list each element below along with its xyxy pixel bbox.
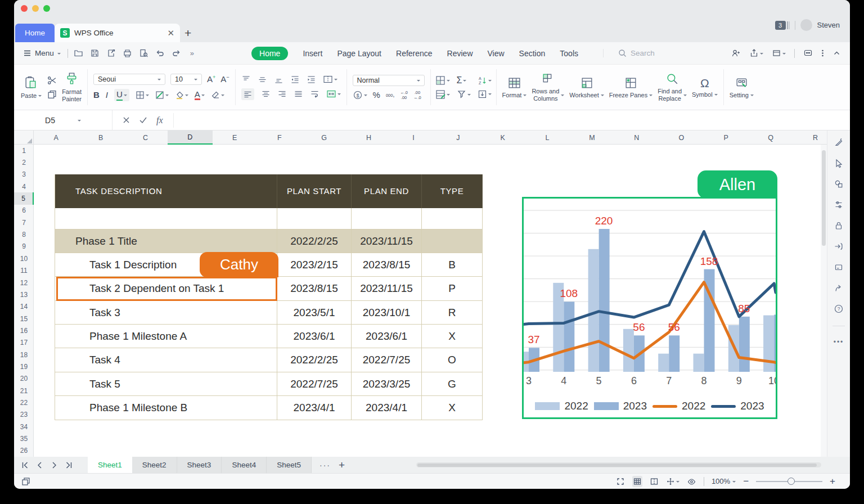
task-desc-cell[interactable]: Task 5 <box>55 372 277 396</box>
font-size-select[interactable]: 10 <box>170 74 202 85</box>
row-header-9[interactable]: 9 <box>14 241 34 253</box>
cancel-entry-icon[interactable] <box>123 116 130 124</box>
reading-mode-eye-icon[interactable] <box>687 477 696 486</box>
rows-and-columns-button[interactable]: Rows andColumns <box>532 72 564 102</box>
conditional-format-icon[interactable] <box>435 75 446 86</box>
row-header-8[interactable]: 8 <box>14 228 34 240</box>
row-header-34[interactable]: 34 <box>14 421 34 433</box>
filter-icon[interactable] <box>457 89 466 99</box>
setting-button[interactable]: Setting <box>730 76 754 99</box>
comment-icon[interactable] <box>803 48 813 58</box>
table-style-icon[interactable] <box>435 89 446 100</box>
zoom-out-button[interactable]: − <box>743 476 749 486</box>
align-left-icon[interactable] <box>243 90 253 100</box>
switch-window-icon[interactable] <box>772 48 781 58</box>
column-header-E[interactable]: E <box>213 130 257 145</box>
italic-button[interactable]: I <box>106 90 108 100</box>
table-row[interactable]: Phase 1 Milestone A2023/6/12023/6/1X <box>55 325 483 348</box>
type-cell[interactable]: P <box>422 277 483 301</box>
column-header-F[interactable]: F <box>257 130 302 145</box>
plan-start-cell[interactable]: 2023/4/1 <box>277 396 352 420</box>
plan-end-cell[interactable]: 2023/4/1 <box>352 396 422 420</box>
collapse-ribbon-icon[interactable] <box>832 49 841 57</box>
plan-end-cell[interactable]: 2023/11/15 <box>352 277 422 301</box>
copy-icon[interactable] <box>47 89 57 100</box>
lock-protect-icon[interactable] <box>834 220 844 231</box>
type-cell[interactable]: X <box>422 396 483 420</box>
close-tab-icon[interactable]: ✕ <box>167 28 174 38</box>
select-cursor-icon[interactable] <box>834 158 844 168</box>
find-and-replace-button[interactable]: Find andReplace <box>658 72 687 102</box>
plan-start-cell[interactable]: 2023/5/1 <box>277 301 352 325</box>
justify-icon[interactable] <box>294 89 303 99</box>
adjust-settings-icon[interactable] <box>834 200 844 210</box>
thousands-separator-icon[interactable]: 000, <box>386 92 394 98</box>
task-desc-cell[interactable] <box>55 208 277 230</box>
open-file-icon[interactable] <box>74 48 83 58</box>
increase-decimal-icon[interactable]: ←.0.00 <box>400 90 408 100</box>
output-as-icon[interactable] <box>106 48 116 58</box>
last-sheet-icon[interactable] <box>65 461 73 469</box>
shapes-icon[interactable] <box>834 179 844 189</box>
type-cell[interactable] <box>422 208 483 230</box>
select-all-corner[interactable] <box>14 130 34 145</box>
decrease-decimal-icon[interactable]: .00→.0 <box>413 90 421 100</box>
sidebar-more-icon[interactable]: ••• <box>834 338 844 346</box>
plan-end-cell[interactable]: 2023/3/25 <box>352 372 422 396</box>
row-header-15[interactable]: 15 <box>14 313 34 325</box>
font-family-select[interactable]: Seoui <box>93 74 165 85</box>
align-right-icon[interactable] <box>277 89 287 99</box>
print-icon[interactable] <box>123 48 132 58</box>
eraser-icon[interactable] <box>211 91 220 100</box>
borders-icon[interactable] <box>136 91 145 100</box>
paste-button[interactable]: Paste <box>21 75 42 100</box>
row-header-17[interactable]: 17 <box>14 337 34 349</box>
column-header-L[interactable]: L <box>525 130 569 145</box>
column-header-H[interactable]: H <box>346 130 391 145</box>
row-header-23[interactable]: 23 <box>14 409 34 421</box>
table-row[interactable]: Task 32023/5/12023/10/1R <box>55 301 483 325</box>
pan-mode-icon[interactable] <box>666 477 675 486</box>
minimize-traffic-light[interactable] <box>32 5 39 12</box>
shading-icon[interactable] <box>175 91 184 100</box>
decrease-font-button[interactable]: A− <box>220 74 229 84</box>
plan-start-cell[interactable]: 2022/2/25 <box>277 348 352 372</box>
more-sheets-icon[interactable]: ··· <box>312 461 339 470</box>
plan-start-cell[interactable]: 2023/8/15 <box>277 277 352 301</box>
column-header-I[interactable]: I <box>391 130 435 145</box>
menu-button[interactable]: Menu <box>14 49 68 57</box>
row-header-11[interactable]: 11 <box>14 265 34 277</box>
align-center-icon[interactable] <box>261 89 271 99</box>
row-header-12[interactable]: 12 <box>14 277 34 289</box>
share-icon[interactable] <box>749 48 759 58</box>
sheet-tab-sheet4[interactable]: Sheet4 <box>222 457 267 473</box>
print-preview-icon[interactable] <box>139 48 148 58</box>
decrease-indent-icon[interactable] <box>290 75 300 84</box>
vertical-scrollbar-thumb[interactable] <box>822 150 826 246</box>
fill-color-icon[interactable] <box>155 91 164 100</box>
task-desc-cell[interactable]: Phase 1 Milestone A <box>55 325 277 348</box>
pen-tool-icon[interactable] <box>834 137 844 147</box>
avatar[interactable] <box>800 19 812 31</box>
plan-end-cell[interactable] <box>352 208 422 230</box>
insert-function-icon[interactable]: fx <box>156 115 163 125</box>
share-link-icon[interactable] <box>834 283 844 293</box>
row-header-26[interactable]: 26 <box>14 445 34 457</box>
help-icon[interactable]: ? <box>834 304 844 314</box>
type-cell[interactable]: B <box>422 253 483 277</box>
plan-start-cell[interactable]: 2023/2/15 <box>277 253 352 277</box>
ribbon-tab-insert[interactable]: Insert <box>303 49 322 58</box>
align-top-icon[interactable] <box>241 75 251 84</box>
row-header-2[interactable]: 2 <box>14 156 34 168</box>
merge-cells-icon[interactable] <box>323 74 333 84</box>
sheet-tab-sheet1[interactable]: Sheet1 <box>88 457 132 473</box>
switch-view-icon[interactable] <box>21 476 31 487</box>
format-button[interactable]: Format <box>502 76 527 99</box>
percent-format-icon[interactable]: % <box>373 90 380 100</box>
plan-end-cell[interactable]: 2023/8/15 <box>352 253 422 277</box>
column-header-G[interactable]: G <box>302 130 346 145</box>
previous-sheet-icon[interactable] <box>35 461 44 469</box>
cut-icon[interactable] <box>47 75 57 86</box>
undo-icon[interactable] <box>155 48 165 58</box>
row-header-7[interactable]: 7 <box>14 217 34 228</box>
